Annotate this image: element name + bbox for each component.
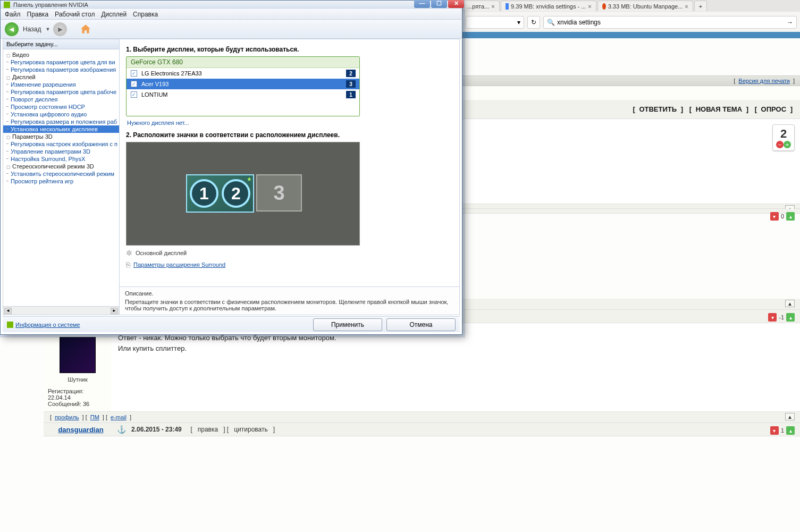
- checkbox[interactable]: ✓: [131, 91, 137, 98]
- forward-button[interactable]: ►: [53, 22, 67, 36]
- print-link[interactable]: Версия для печати: [738, 78, 790, 84]
- new-topic-button[interactable]: НОВАЯ ТЕМА: [694, 105, 744, 113]
- poll-button[interactable]: ОПРОС: [759, 105, 788, 113]
- user-rank: Шутник: [48, 376, 107, 383]
- tree-item[interactable]: Регулировка настроек изображения с п: [3, 140, 119, 148]
- surround-link[interactable]: Параметры расширения Surround: [133, 261, 225, 268]
- scroll-up-button[interactable]: ▲: [785, 413, 795, 420]
- new-tab-button[interactable]: +: [694, 1, 707, 11]
- monitor-1[interactable]: 1: [190, 179, 218, 208]
- monitor-3[interactable]: 3: [256, 174, 302, 212]
- monitor-2[interactable]: 2: [222, 179, 250, 208]
- tree-group-video[interactable]: Видео: [3, 51, 119, 58]
- checkbox[interactable]: ✓: [131, 70, 137, 77]
- profile-link[interactable]: профиль: [55, 414, 79, 420]
- tree-item[interactable]: Настройка Surround, PhysX: [3, 155, 119, 163]
- browser-tab[interactable]: 3.33 MB: Ubuntu Manpage...×: [597, 1, 693, 11]
- tree-item[interactable]: Просмотр рейтинга игр: [3, 178, 119, 185]
- display-badge: 1: [346, 91, 356, 98]
- cancel-button[interactable]: Отмена: [386, 318, 456, 331]
- close-icon[interactable]: ×: [588, 3, 591, 10]
- url-dropdown[interactable]: ▾: [466, 16, 524, 29]
- tree-group-stereo[interactable]: Стереоскопический режим 3D: [3, 163, 119, 170]
- display-arrangement[interactable]: 1 2 * 3: [126, 142, 360, 246]
- menu-edit[interactable]: Правка: [27, 11, 49, 18]
- checkbox[interactable]: ✓: [131, 81, 137, 87]
- primary-star-icon: *: [248, 176, 251, 186]
- vote-up-icon[interactable]: ▴: [786, 426, 795, 435]
- score-value: 2: [776, 127, 791, 141]
- menu-display[interactable]: Дисплей: [101, 11, 127, 18]
- back-button[interactable]: ◄: [5, 22, 19, 36]
- pm-link[interactable]: ПМ: [90, 414, 99, 420]
- reload-button[interactable]: ↻: [527, 16, 540, 29]
- scroll-right-icon[interactable]: ►: [111, 308, 118, 314]
- vote-down-icon[interactable]: ▾: [770, 212, 779, 221]
- edit-link[interactable]: правка: [198, 426, 218, 433]
- menu-desktop[interactable]: Рабочий стол: [55, 11, 95, 18]
- tree-item[interactable]: Установить стереоскопический режим: [3, 170, 119, 178]
- tree-item[interactable]: Регулировка параметров изображения: [3, 66, 119, 73]
- vote-down-button[interactable]: −: [776, 141, 784, 148]
- display-row-selected[interactable]: ✓ Acer V193 3: [127, 79, 359, 89]
- description-box: Описание. Перетащите значки в соответств…: [120, 286, 459, 315]
- ubuntu-icon: [602, 3, 606, 10]
- tree-item[interactable]: Управление параметрами 3D: [3, 148, 119, 155]
- search-icon: 🔍: [547, 19, 555, 26]
- primary-legend: ✲Основной дисплей: [126, 249, 453, 257]
- search-input[interactable]: [557, 19, 785, 26]
- menu-file[interactable]: Файл: [5, 11, 21, 18]
- close-icon[interactable]: ×: [491, 3, 494, 10]
- tree-item[interactable]: Установка цифрового аудио: [3, 111, 119, 118]
- tree-item[interactable]: Регулировка параметров цвета для ви: [3, 58, 119, 66]
- tree-group-display[interactable]: Дисплей: [3, 73, 119, 81]
- chevron-down-icon[interactable]: ▼: [45, 27, 50, 32]
- nvidia-control-panel-window: Панель управления NVIDIA — ☐ ✕ Файл Прав…: [0, 0, 462, 335]
- scroll-up-button[interactable]: ▲: [785, 300, 795, 307]
- post-row: Статус: Online Шутник Регистрация: 22.04…: [44, 323, 800, 412]
- vote-up-button[interactable]: +: [784, 141, 791, 148]
- vote-down-icon[interactable]: ▾: [768, 313, 777, 322]
- vote-score: -1: [779, 314, 784, 320]
- tree-item[interactable]: Поворот дисплея: [3, 96, 119, 103]
- star-icon: ✲: [126, 249, 132, 257]
- anchor-icon[interactable]: ⚓: [117, 425, 126, 434]
- description-text: Перетащите значки в соответствии с физич…: [125, 299, 454, 311]
- google-icon: [506, 3, 509, 10]
- post-footer-links: [ профиль ] [ ПМ ] [ e-mail ] ▲: [44, 412, 800, 423]
- vote-up-icon[interactable]: ▴: [786, 212, 795, 221]
- horizontal-scrollbar[interactable]: ◄ ►: [3, 306, 119, 315]
- monitor-group[interactable]: 1 2 *: [186, 174, 254, 213]
- email-link[interactable]: e-mail: [111, 414, 127, 420]
- browser-tab[interactable]: 9.39 MB: xnvidia settings - ...×: [501, 1, 596, 11]
- reply-button[interactable]: ОТВЕТИТЬ: [637, 105, 679, 113]
- menu-help[interactable]: Справка: [133, 11, 158, 18]
- tree-group-3d[interactable]: Параметры 3D: [3, 133, 119, 140]
- tree-item[interactable]: Регулировка параметров цвета рабоче: [3, 88, 119, 96]
- home-icon[interactable]: [80, 23, 91, 35]
- tree-item[interactable]: Просмотр состояния HDCP: [3, 103, 119, 111]
- minimize-button[interactable]: —: [414, 0, 430, 8]
- tree-item-selected[interactable]: Установка нескольких дисплеев: [3, 125, 119, 133]
- vote-down-icon[interactable]: ▾: [770, 426, 779, 435]
- maximize-button[interactable]: ☐: [431, 0, 447, 8]
- go-icon[interactable]: →: [787, 19, 793, 26]
- vote-up-icon[interactable]: ▴: [786, 313, 795, 322]
- tree-item[interactable]: Регулировка размера и положения раб: [3, 118, 119, 125]
- search-box[interactable]: 🔍 →: [543, 16, 797, 29]
- vote-score: 1: [781, 427, 784, 434]
- close-button[interactable]: ✕: [448, 0, 464, 8]
- missing-display-link[interactable]: Нужного дисплея нет...: [126, 116, 190, 129]
- tree-item[interactable]: Изменение разрешения: [3, 81, 119, 88]
- titlebar[interactable]: Панель управления NVIDIA: [1, 1, 462, 9]
- system-info-link[interactable]: Информация о системе: [7, 322, 80, 328]
- quote-link[interactable]: цитировать: [234, 426, 268, 433]
- browser-tab[interactable]: ...рята...×: [462, 1, 500, 11]
- display-row[interactable]: ✓ LONTIUM 1: [127, 89, 359, 100]
- username-link[interactable]: dansguardian: [50, 426, 112, 434]
- post-header: dansguardian ⚓ 2.06.2015 - 23:49 [ правк…: [44, 423, 800, 436]
- apply-button[interactable]: Применить: [313, 318, 382, 331]
- close-icon[interactable]: ×: [685, 3, 688, 10]
- display-row[interactable]: ✓ LG Electronics 27EA33 2: [127, 68, 359, 79]
- scroll-left-icon[interactable]: ◄: [4, 308, 12, 314]
